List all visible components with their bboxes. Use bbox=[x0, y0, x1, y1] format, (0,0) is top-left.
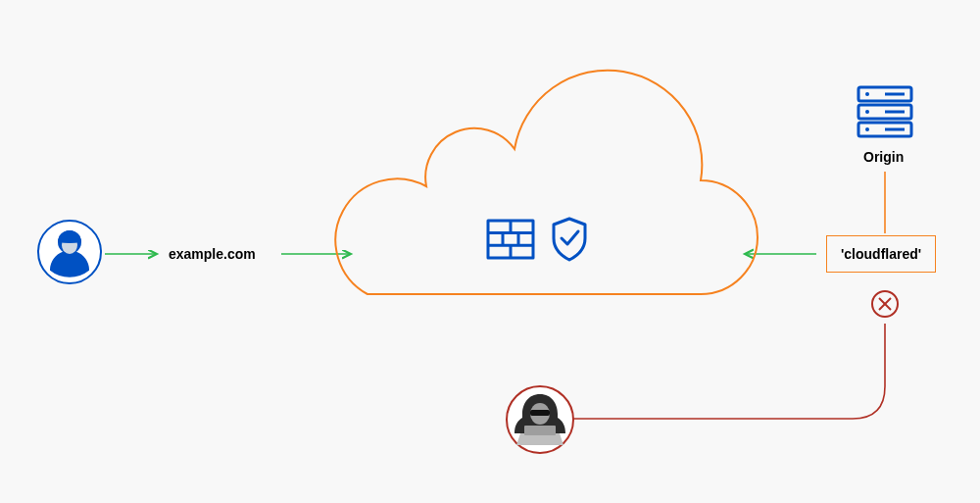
svg-rect-23 bbox=[530, 410, 550, 416]
svg-point-15 bbox=[865, 92, 869, 96]
attacker-icon bbox=[505, 384, 575, 459]
shield-check-icon bbox=[554, 219, 585, 260]
block-icon bbox=[872, 291, 898, 317]
server-icon bbox=[856, 84, 914, 143]
svg-point-16 bbox=[865, 110, 869, 114]
svg-point-17 bbox=[865, 127, 869, 131]
cloud-outline bbox=[335, 71, 758, 294]
line-attacker-blocked bbox=[573, 324, 885, 419]
firewall-icon bbox=[488, 221, 533, 258]
user-icon bbox=[36, 219, 103, 289]
svg-rect-24 bbox=[524, 426, 556, 435]
cloudflared-box: 'cloudflared' bbox=[826, 235, 936, 273]
origin-label: Origin bbox=[863, 149, 904, 165]
cloudflared-label: 'cloudflared' bbox=[841, 246, 921, 262]
domain-label: example.com bbox=[169, 246, 256, 262]
